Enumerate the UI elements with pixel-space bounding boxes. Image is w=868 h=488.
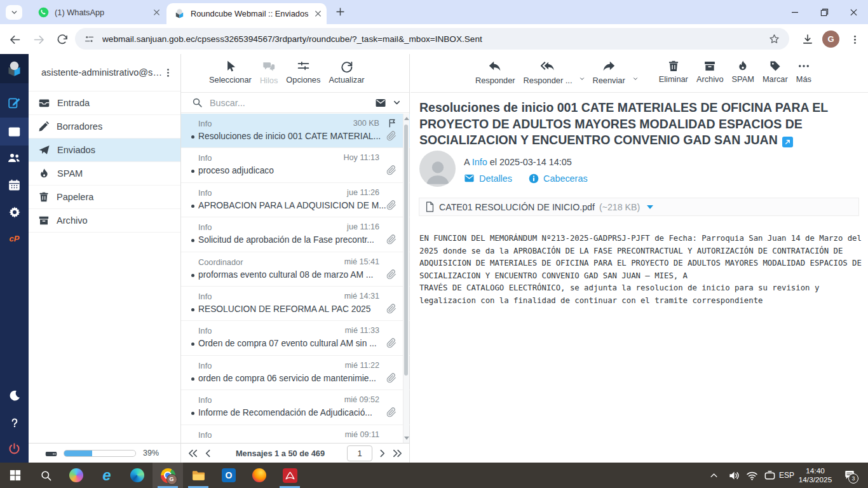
refresh-button[interactable]: Actualizar	[327, 60, 365, 85]
attachment-paperclip-icon	[386, 373, 397, 383]
download-icon[interactable]	[799, 31, 816, 48]
reply-all-menu-icon[interactable]	[579, 76, 585, 82]
tab-close-icon[interactable]	[153, 9, 160, 16]
forward-button[interactable]	[31, 31, 47, 48]
copilot-button[interactable]	[61, 463, 92, 488]
folder-label: Borradores	[57, 121, 102, 132]
browser-menu-icon[interactable]	[846, 31, 863, 48]
windows-taskbar: G ESP	[0, 463, 868, 488]
folder-drafts[interactable]: Borradores	[29, 115, 180, 139]
prev-page-icon[interactable]	[203, 448, 214, 459]
last-page-icon[interactable]	[392, 448, 403, 459]
notification-count-badge: 3	[848, 473, 858, 484]
address-bar[interactable]: webmail.sanjuan.gob.ec/cpsess3265394567/…	[75, 28, 789, 50]
attachment-menu-icon[interactable]	[647, 205, 653, 209]
message-row[interactable]: Coordinador mié 15:41 proformas evento c…	[181, 252, 410, 287]
tab-search-button[interactable]	[6, 5, 22, 20]
message-row[interactable]: Info jue 11:26 APROBACION PARA LA ADQUIS…	[181, 183, 410, 217]
message-row[interactable]: Info mié 14:31 RESOLUCION DE REFORMA AL …	[181, 287, 410, 321]
internet-explorer-button[interactable]	[92, 463, 122, 488]
open-in-new-window-icon[interactable]	[782, 137, 793, 147]
tray-volume[interactable]	[724, 463, 743, 488]
scrollbar-thumb[interactable]	[404, 125, 408, 376]
cpanel-icon[interactable]: cP	[0, 227, 29, 250]
webmail-app: cP asistente-administrativo@sa... Entrad…	[0, 54, 868, 463]
logout-power-icon[interactable]	[0, 437, 29, 460]
list-scrollbar[interactable]	[403, 114, 409, 443]
attachment-row[interactable]: CATE01 RESOLUCIÓN DE INICIO.pdf (~218 KB…	[419, 198, 859, 216]
tab-close-icon[interactable]	[315, 10, 322, 17]
details-link[interactable]: Detalles	[479, 173, 512, 184]
taskbar-search-button[interactable]	[31, 463, 61, 488]
settings-gear-icon[interactable]	[0, 201, 29, 224]
start-button[interactable]	[0, 463, 31, 488]
message-row[interactable]: Info jue 11:16 Solicitud de aprobación d…	[181, 217, 410, 252]
tab-roundcube[interactable]: Roundcube Webmail :: Enviados	[166, 3, 327, 24]
sender-link[interactable]: Info	[472, 157, 487, 167]
tray-clock[interactable]: 14:40 14/3/2025	[794, 463, 836, 488]
new-tab-button[interactable]	[335, 6, 346, 17]
message-row[interactable]: Info mié 11:33 Orden de compra 07 evento…	[181, 321, 410, 355]
outlook-button[interactable]	[214, 463, 244, 488]
close-window-button[interactable]	[839, 0, 868, 24]
contacts-icon[interactable]	[0, 146, 29, 169]
compose-icon[interactable]	[0, 91, 29, 114]
options-button[interactable]: Opciones	[285, 60, 322, 85]
firefox-button[interactable]	[244, 463, 275, 488]
folder-archive[interactable]: Archivo	[29, 209, 180, 233]
site-settings-icon[interactable]	[84, 34, 95, 44]
message-row[interactable]: Info mié 11:22 orden de compra 06 servic…	[181, 356, 410, 390]
window-controls	[780, 0, 868, 24]
select-button[interactable]: Seleccionar	[208, 60, 253, 85]
flag-icon[interactable]	[388, 118, 398, 128]
search-input[interactable]	[208, 97, 369, 109]
first-page-icon[interactable]	[187, 448, 198, 459]
folder-spam[interactable]: SPAM	[29, 162, 180, 186]
folder-inbox[interactable]: Entrada	[29, 92, 180, 115]
scroll-up-icon[interactable]	[404, 117, 409, 120]
message-row[interactable]: Info 300 KB Resoluciones de inicio 001 C…	[181, 114, 410, 148]
account-menu-icon[interactable]	[163, 68, 173, 78]
headers-link[interactable]: Cabeceras	[543, 173, 588, 184]
folder-trash[interactable]: Papelera	[29, 186, 180, 209]
message-row[interactable]: Info Hoy 11:13 proceso adjudicaco	[181, 148, 410, 182]
more-button[interactable]: Más	[795, 60, 813, 84]
reload-button[interactable]	[54, 31, 71, 48]
whatsapp-icon	[38, 7, 49, 18]
tab-whatsapp[interactable]: (1) WhatsApp	[29, 0, 165, 24]
spam-button[interactable]: SPAM	[731, 60, 756, 84]
minimize-button[interactable]	[780, 0, 810, 24]
next-page-icon[interactable]	[377, 448, 388, 459]
archive-button[interactable]: Archivo	[695, 60, 725, 84]
calendar-icon[interactable]	[0, 173, 29, 196]
file-explorer-button[interactable]	[183, 463, 214, 488]
message-row[interactable]: Info mié 09:11	[181, 425, 410, 443]
reply-button[interactable]: Responder	[474, 60, 517, 85]
browser-profile-avatar[interactable]: G	[822, 30, 839, 48]
tray-show-hidden-icons[interactable]	[704, 463, 723, 488]
scroll-down-icon[interactable]	[404, 437, 409, 440]
chrome-taskbar-button[interactable]: G	[153, 463, 183, 488]
delete-button[interactable]: Eliminar	[658, 60, 689, 84]
back-button[interactable]	[6, 31, 23, 48]
message-row[interactable]: Info mié 09:52 Informe de Recomendación …	[181, 390, 410, 424]
tray-wifi[interactable]	[742, 463, 761, 488]
restore-button[interactable]	[810, 0, 839, 24]
acrobat-button[interactable]	[275, 463, 305, 488]
forward-button[interactable]: Reenviar	[591, 60, 626, 85]
page-number-input[interactable]	[347, 445, 372, 461]
tab-title: Roundcube Webmail :: Enviados	[191, 9, 311, 18]
reply-all-button[interactable]: Responder ...	[522, 60, 574, 85]
folder-sent[interactable]: Enviados	[29, 139, 180, 162]
mail-nav-icon[interactable]	[0, 118, 29, 146]
edge-button[interactable]	[122, 463, 153, 488]
dark-mode-moon-icon[interactable]	[0, 384, 29, 407]
forward-menu-icon[interactable]	[632, 76, 639, 82]
account-header: asistente-administrativo@sa...	[29, 54, 180, 92]
bookmark-star-icon[interactable]	[768, 33, 780, 45]
mark-button[interactable]: Marcar	[761, 60, 789, 84]
action-center-button[interactable]: 3	[839, 463, 860, 488]
help-icon[interactable]	[0, 411, 29, 434]
search-scope-mail-icon[interactable]	[375, 97, 386, 109]
search-options-chevron-icon[interactable]	[392, 98, 402, 107]
